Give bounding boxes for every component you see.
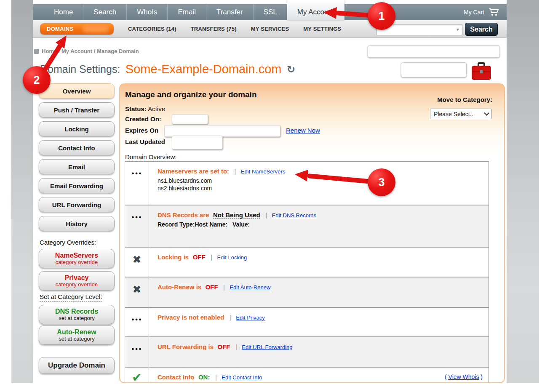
nav-tab-my-account[interactable]: My Account [287, 0, 344, 20]
sidebar-tab-email[interactable]: Email [39, 159, 115, 174]
domains-label: DOMAINS [47, 26, 74, 32]
site-container: Home Search WhoIs Email Transfer SSL My … [33, 0, 507, 383]
edit-auto-renew-link[interactable]: Edit Auto-Renew [230, 284, 270, 291]
nav-tab-ssl[interactable]: SSL [253, 4, 287, 20]
edit-privacy-link[interactable]: Edit Privacy [236, 315, 265, 321]
domain-name: Some-Example-Domain.com [125, 62, 282, 76]
row-title: Contact Info [158, 373, 195, 381]
separator: | [265, 211, 267, 219]
category-select[interactable]: Please Select... [430, 109, 491, 119]
sidebar-category-dns-records[interactable]: DNS Records set at category [39, 305, 115, 324]
breadcrumb-trail[interactable]: Home / My Account / Manage Domain [42, 48, 139, 54]
last-updated-label: Last Updated [125, 138, 165, 145]
override-title: NameServers [55, 252, 98, 259]
row-title: Auto-Renew is [158, 283, 201, 291]
status-label: Status: [125, 105, 147, 112]
x-icon: ✖ [133, 284, 142, 307]
last-updated-line: Last Updated [125, 138, 165, 145]
combobox-dropdown-arrow-icon[interactable]: ▼ [456, 27, 463, 32]
separator: | [211, 253, 212, 261]
row-title: DNS Records are [158, 211, 209, 219]
separator: | [235, 343, 237, 350]
check-icon: ✔ [132, 372, 142, 383]
edit-nameservers-link[interactable]: Edit NameServers [241, 168, 285, 175]
subnav-item-categories[interactable]: CATEGORIES (14) [128, 26, 176, 32]
subnav-item-my-settings[interactable]: MY SETTINGS [303, 26, 341, 32]
row-contact-info: ✔ Contact Info ON: | Edit Contact Info (… [125, 367, 489, 383]
edit-locking-link[interactable]: Edit Locking [217, 254, 247, 261]
paren: ( [445, 373, 449, 380]
subnav-item-domains[interactable]: DOMAINS [40, 23, 114, 35]
domain-settings-panel: Manage and organize your domain Move to … [119, 83, 505, 383]
row-url-forwarding: ●●● URL Forwarding is OFF | Edit URL For… [125, 336, 489, 367]
domain-overview-label: Domain Overview: [125, 153, 177, 160]
row-dns-records: ●●● DNS Records are Not Being Used | Edi… [125, 205, 489, 247]
row-locking: ✖ Locking is OFF | Edit Locking [125, 247, 489, 277]
dots-icon: ●●● [131, 171, 142, 205]
created-label: Created On: [125, 115, 161, 123]
sidebar-category-auto-renew[interactable]: Auto-Renew set at category [39, 325, 115, 345]
view-whois-link[interactable]: View Whois [449, 373, 479, 380]
sidebar-tab-history[interactable]: History [39, 216, 115, 231]
account-sub-navigation: DOMAINS CATEGORIES (14) TRANSFERS (75) M… [33, 20, 507, 38]
category-title: Auto-Renew [57, 328, 96, 336]
edit-url-forwarding-link[interactable]: Edit URL Forwarding [242, 344, 292, 350]
sidebar-tab-email-forwarding[interactable]: Email Forwarding [39, 178, 115, 193]
row-title: URL Forwarding is [158, 343, 214, 350]
row-status: Not Being Used [213, 211, 260, 219]
annotation-circle-1: 1 [368, 2, 395, 30]
edit-dns-records-link[interactable]: Edit DNS Records [272, 212, 316, 219]
annotation-circle-2: 2 [23, 66, 51, 94]
sidebar-tab-url-forwarding[interactable]: URL Forwarding [39, 197, 115, 212]
redacted-updated-date [172, 136, 223, 149]
toolbox-icon[interactable] [471, 61, 492, 81]
category-select-value: Please Select... [434, 111, 475, 117]
sidebar-override-privacy[interactable]: Privacy category override [39, 271, 115, 291]
chevron-down-icon [484, 110, 489, 116]
row-title: Nameservers are set to: [158, 168, 229, 175]
page-title-prefix: Domain Settings: [40, 63, 120, 75]
set-at-category-heading: Set at Category Level: [40, 293, 102, 301]
nameserver-value: ns1.bluestardns.com [158, 177, 482, 184]
row-title: Locking is [158, 253, 189, 261]
panel-heading: Manage and organize your domain [125, 90, 257, 99]
sidebar-tab-locking[interactable]: Locking [39, 121, 115, 136]
my-cart[interactable]: My Cart [464, 4, 507, 20]
sidebar-override-nameservers[interactable]: NameServers category override [39, 249, 115, 268]
nav-tab-transfer[interactable]: Transfer [206, 4, 253, 20]
separator: | [223, 283, 225, 291]
redacted-expiry-date [164, 125, 280, 137]
annotation-circle-3: 3 [368, 168, 395, 196]
nav-tab-whois[interactable]: WhoIs [126, 4, 167, 20]
redacted-count-blur [83, 25, 109, 32]
row-status: OFF [218, 343, 230, 350]
breadcrumb-home-icon [34, 49, 39, 54]
nav-tab-email[interactable]: Email [167, 4, 206, 20]
upgrade-domain-button[interactable]: Upgrade Domain [39, 357, 115, 374]
move-to-category-label: Move to Category: [437, 96, 492, 103]
cart-icon [488, 8, 500, 16]
separator: | [230, 314, 231, 321]
edit-contact-info-link[interactable]: Edit Contact Info [222, 374, 262, 381]
sidebar-tab-contact-info[interactable]: Contact Info [39, 140, 115, 155]
row-title: Privacy is not enabled [158, 314, 224, 321]
subnav-item-my-services[interactable]: MY SERVICES [251, 26, 289, 32]
override-subtitle: category override [56, 282, 98, 288]
nav-tab-home[interactable]: Home [44, 4, 83, 20]
view-whois-note: ( View Whois ) [445, 373, 483, 380]
override-subtitle: category override [56, 259, 98, 265]
category-overrides-heading: Category Overrides: [40, 239, 96, 247]
nav-tab-search[interactable]: Search [83, 4, 126, 20]
row-status: OFF [193, 253, 206, 261]
sidebar-tab-push-transfer[interactable]: Push / Transfer [39, 102, 115, 117]
nameserver-value: ns2.bluestardns.com [158, 185, 482, 192]
x-icon: ✖ [133, 254, 142, 277]
row-nameservers: ●●● Nameservers are set to: | Edit NameS… [125, 162, 489, 205]
sidebar-tab-overview[interactable]: Overview [39, 83, 115, 99]
subnav-item-transfers[interactable]: TRANSFERS (75) [191, 26, 237, 32]
refresh-icon[interactable]: ↻ [287, 64, 295, 75]
status-value: Active [148, 105, 165, 112]
renew-now-link[interactable]: Renew Now [286, 127, 320, 134]
redacted-label-box [401, 62, 467, 77]
search-button[interactable]: Search [465, 23, 498, 36]
